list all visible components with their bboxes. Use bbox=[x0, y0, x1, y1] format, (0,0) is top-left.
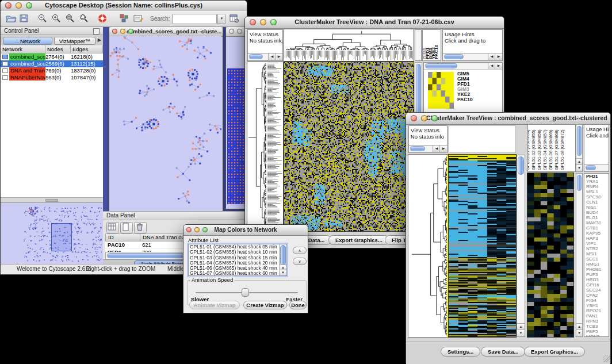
gene-label[interactable]: MON2 bbox=[584, 334, 609, 337]
column-label[interactable]: GPL51-01 (GSM854) bbox=[527, 129, 530, 170]
hscrollbar[interactable] bbox=[584, 164, 609, 171]
tab-network[interactable]: ∴ Network bbox=[3, 37, 52, 45]
gene-label[interactable]: ELG1 bbox=[584, 215, 609, 220]
column-label[interactable]: GPL51-07 (GSM868) bbox=[554, 129, 559, 170]
scroll-thumb[interactable] bbox=[577, 126, 582, 156]
create-vizmap-button[interactable]: Create Vizmap bbox=[243, 301, 287, 309]
open-file-icon[interactable] bbox=[5, 13, 18, 25]
move-down-button[interactable]: ∨ bbox=[293, 258, 307, 265]
resize-grip[interactable] bbox=[603, 355, 610, 362]
column-label[interactable]: GPL51-03 (GSM856) bbox=[537, 129, 542, 170]
gene-label[interactable]: SEC1 bbox=[584, 256, 609, 262]
minimize-button[interactable] bbox=[16, 2, 22, 9]
gene-label[interactable]: VIP1 bbox=[584, 241, 609, 246]
gene-label[interactable]: PAN1 bbox=[584, 313, 609, 319]
hscrollbar[interactable]: ◀ ▶ bbox=[248, 53, 282, 60]
speed-slider-thumb[interactable] bbox=[242, 288, 249, 297]
scroll-right-arrow[interactable]: ▶ bbox=[495, 63, 502, 69]
gene-label[interactable]: FIG4 bbox=[584, 298, 609, 303]
treeview1-row-dendrogram[interactable] bbox=[247, 62, 283, 231]
gene-label[interactable]: NIS1 bbox=[584, 205, 609, 210]
scroll-thumb[interactable] bbox=[518, 156, 524, 175]
gene-label[interactable]: GTB1 bbox=[584, 225, 609, 231]
treeview2-heatmap[interactable] bbox=[449, 155, 516, 337]
scroll-thumb[interactable] bbox=[577, 175, 582, 191]
done-button[interactable]: Done bbox=[289, 301, 307, 309]
scroll-thumb[interactable] bbox=[444, 54, 464, 59]
minimize-button[interactable] bbox=[421, 115, 427, 121]
gene-label[interactable]: PHO81 bbox=[584, 267, 609, 272]
scroll-right-arrow[interactable]: ▶ bbox=[495, 53, 502, 60]
gene-label[interactable]: KAP95 bbox=[584, 231, 609, 236]
gene-label[interactable]: MAK31 bbox=[584, 220, 609, 225]
gene-label[interactable]: YRA1 bbox=[584, 179, 609, 184]
gene-label[interactable]: HAP3 bbox=[584, 236, 609, 241]
move-up-button[interactable]: ∧ bbox=[293, 247, 307, 254]
hscrollbar[interactable]: ◀ ▶ bbox=[443, 53, 502, 60]
gene-label[interactable]: RPO21 bbox=[584, 308, 609, 313]
network-row[interactable]: combined_sco 2569(6) 13112(15) bbox=[1, 60, 103, 67]
cytoscape-titlebar[interactable]: Cytoscape Desktop (Session Name: collins… bbox=[1, 1, 247, 12]
minimize-button[interactable] bbox=[120, 29, 125, 34]
gene-label[interactable]: MSL1 bbox=[584, 189, 609, 194]
treeview1-top-scroll-track[interactable] bbox=[415, 29, 422, 61]
help-ring-icon[interactable] bbox=[97, 13, 110, 25]
treeview2-heatmap-vscrollbar[interactable]: ▲ ▼ bbox=[517, 155, 525, 337]
treeview2-collabel-vscrollbar[interactable]: ▲ ▼ bbox=[576, 124, 583, 172]
tab-vizmapper[interactable]: VizMapper™ bbox=[54, 37, 95, 45]
select-attributes-icon[interactable] bbox=[106, 222, 119, 233]
scroll-down-arrow[interactable]: ▼ bbox=[517, 329, 525, 336]
column-label[interactable]: GPL51-06 (GSM865) bbox=[548, 129, 553, 170]
treeview-button[interactable]: Save Data... bbox=[481, 347, 525, 357]
scroll-thumb[interactable] bbox=[425, 63, 457, 68]
treeview2-selected-heatmap[interactable] bbox=[527, 173, 573, 337]
treeview-button[interactable]: Export Graphics... bbox=[524, 347, 585, 357]
gene-label[interactable]: HMG1 bbox=[584, 262, 609, 267]
attribute-list-item[interactable]: GPL51-07 (GSM868) heat shock 60 min bbox=[189, 271, 279, 276]
gene-label[interactable]: CPA2 bbox=[584, 293, 609, 298]
gene-label[interactable]: RPN1 bbox=[584, 319, 609, 324]
gene-label[interactable]: MSI1 bbox=[584, 251, 609, 256]
zoom-fit-icon[interactable] bbox=[65, 13, 78, 25]
minimize-button[interactable] bbox=[260, 19, 266, 25]
gene-label[interactable]: PUF3 bbox=[584, 272, 609, 277]
gene-label[interactable]: YSH1 bbox=[584, 303, 609, 308]
minimize-button[interactable] bbox=[194, 227, 200, 232]
zoom-button[interactable] bbox=[270, 19, 277, 25]
rotated-gene-label[interactable]: PAC10 bbox=[434, 45, 439, 59]
gene-label[interactable]: RNR4 bbox=[584, 184, 609, 189]
scroll-thumb[interactable] bbox=[249, 54, 263, 59]
scroll-thumb[interactable] bbox=[410, 146, 425, 151]
scroll-thumb[interactable] bbox=[107, 253, 193, 258]
scroll-thumb[interactable] bbox=[280, 245, 286, 266]
gene-label[interactable]: PEP5 bbox=[584, 329, 609, 334]
tab-overflow-arrow[interactable]: ▶ bbox=[98, 37, 101, 43]
network-row[interactable]: combined_scores 2764(0) 16218(0) bbox=[1, 53, 103, 60]
gene-label[interactable]: SEC24 bbox=[584, 288, 609, 293]
treeview2-titlebar[interactable]: ClusterMaker TreeView : combined_scores_… bbox=[406, 113, 610, 125]
save-session-icon[interactable] bbox=[19, 13, 32, 25]
scroll-down-arrow[interactable]: ▼ bbox=[280, 270, 286, 275]
search-dropdown-arrow[interactable]: ▼ bbox=[217, 14, 225, 24]
column-label[interactable]: GPL51-04 (GSM857) bbox=[542, 129, 548, 170]
hscrollbar[interactable]: ◀ ▶ bbox=[409, 145, 447, 152]
zoom-button[interactable] bbox=[26, 2, 32, 9]
zoom-selected-icon[interactable] bbox=[79, 13, 91, 25]
close-button[interactable] bbox=[229, 29, 234, 34]
network-canvas[interactable] bbox=[109, 36, 221, 211]
gene-label[interactable]: HRD3 bbox=[584, 277, 609, 282]
network-view-titlebar[interactable]: combined_scores_good.txt--cluste... bbox=[109, 27, 223, 37]
gene-label[interactable]: GPI16 bbox=[584, 282, 609, 288]
treeview-button[interactable]: Export Graphics... bbox=[328, 235, 389, 245]
scroll-down-arrow[interactable]: ▼ bbox=[576, 329, 582, 336]
animate-vizmap-button[interactable]: Animate Vizmap bbox=[189, 301, 240, 309]
gene-label[interactable]: TCB3 bbox=[584, 324, 609, 329]
attribute-browser-icon[interactable] bbox=[229, 13, 242, 25]
scroll-right-arrow[interactable]: ▶ bbox=[439, 145, 447, 152]
zoom-button[interactable] bbox=[431, 115, 438, 121]
scroll-thumb[interactable] bbox=[586, 165, 596, 170]
delete-attribute-icon[interactable] bbox=[134, 222, 147, 233]
gene-label[interactable]: SPC98 bbox=[584, 194, 609, 200]
column-label[interactable]: GPL51-02 (GSM855) bbox=[531, 129, 536, 170]
gene-label[interactable]: PAC10 bbox=[456, 97, 473, 102]
